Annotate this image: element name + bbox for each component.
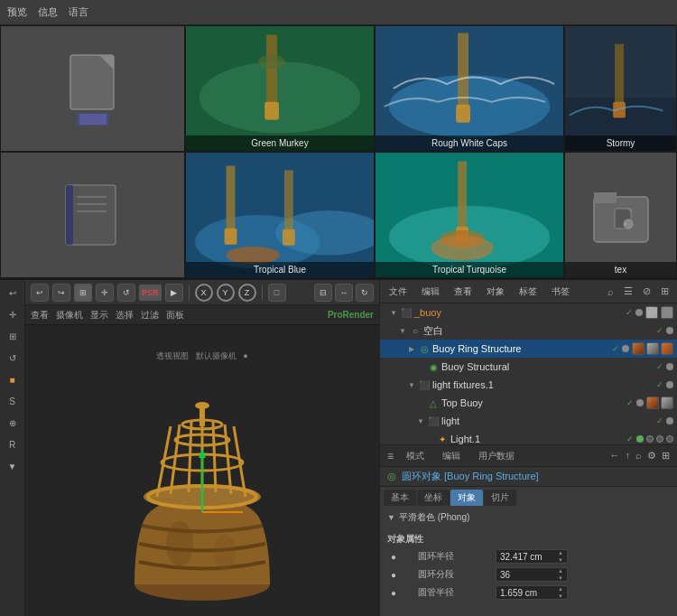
field-tube-radius: ● 圆管半径 1.659 cm ▲ ▼	[387, 583, 670, 602]
camera-mode[interactable]: 摄像机	[56, 309, 83, 322]
sidebar-icon-down[interactable]: ▼	[4, 457, 22, 475]
mesh-icon-topbuoy: △	[427, 398, 440, 408]
segments-spinner[interactable]: ▲ ▼	[558, 567, 563, 582]
bookmark-menu[interactable]: 书签	[548, 284, 573, 300]
sidebar-icon-rotate[interactable]: ↺	[4, 349, 22, 367]
layout-icon[interactable]: ⊞	[657, 285, 672, 297]
sidebar-icon-s[interactable]: S	[4, 392, 22, 410]
divider2	[262, 285, 263, 300]
sidebar-icon-plus[interactable]: ⊕	[4, 414, 22, 432]
radius-down[interactable]: ▼	[558, 556, 563, 564]
tree-row-light-group[interactable]: ▼ ⬛ light ✓	[380, 412, 677, 430]
asset-rough-white-caps[interactable]: Rough White Caps	[375, 25, 564, 152]
view-icon[interactable]: ⊘	[639, 285, 654, 297]
tree-row-light1[interactable]: ▶ ✦ Light.1 ✓	[380, 430, 677, 444]
segments-input[interactable]: 36 ▲ ▼	[496, 567, 568, 582]
viewport[interactable]: 透视视图 默认摄像机 ●	[25, 325, 379, 616]
tree-row-empty[interactable]: ▼ ○ 空白 ✓	[380, 322, 677, 340]
back-icon[interactable]: ←	[610, 450, 620, 462]
tube-up[interactable]: ▲	[558, 585, 563, 593]
tree-arrow-top-buoy: ▶	[416, 399, 425, 407]
sidebar-icon-select[interactable]: ✛	[4, 305, 22, 323]
asset-tropical-turquoise[interactable]: Tropical Turquoise	[375, 152, 564, 278]
sidebar-icon-move[interactable]: ↩	[4, 284, 22, 302]
forward-icon[interactable]: ↑	[626, 450, 631, 462]
tab-coords[interactable]: 坐标	[417, 490, 450, 506]
mode-tab[interactable]: 模式	[401, 448, 430, 464]
sidebar-icon-scale[interactable]: ■	[4, 370, 22, 388]
xyz-y-btn[interactable]: Y	[217, 284, 235, 302]
select-mode[interactable]: 选择	[116, 309, 134, 322]
view-mode[interactable]: 查看	[31, 309, 49, 322]
fixtures-dot	[666, 381, 673, 388]
edit-menu[interactable]: 编辑	[418, 284, 443, 300]
segments-up[interactable]: ▲	[558, 567, 563, 574]
refresh-btn[interactable]: ↻	[356, 284, 374, 302]
radius-input[interactable]: 32.417 cm ▲ ▼	[496, 549, 568, 564]
more-icon[interactable]: ⊞	[662, 450, 670, 462]
filter-icon[interactable]: ☰	[621, 285, 635, 297]
tab-object[interactable]: 对象	[450, 490, 483, 506]
tab-basic[interactable]: 基本	[384, 490, 416, 506]
asset-green-murkey[interactable]: Green Murkey	[185, 25, 375, 152]
asset-doc[interactable]	[0, 25, 185, 152]
tube-down[interactable]: ▼	[558, 593, 563, 600]
preview-label: 预览	[7, 5, 27, 19]
filter-mode[interactable]: 过滤	[141, 309, 159, 322]
search-icon2[interactable]: ⌕	[635, 450, 642, 462]
light1-check: ✓	[626, 434, 634, 443]
tree-row-light-fixtures[interactable]: ▼ ⬛ light fixtures.1 ✓	[380, 376, 677, 394]
sidebar-icon-r[interactable]: R	[4, 435, 22, 453]
asset-tex-folder[interactable]: tex	[564, 152, 677, 278]
asset-tropical-blue[interactable]: Tropical Blue	[185, 152, 375, 278]
file-menu[interactable]: 文件	[385, 284, 411, 300]
psr-btn[interactable]: PSR	[139, 285, 162, 301]
view-menu[interactable]: 查看	[450, 284, 476, 300]
tree-row-top-buoy[interactable]: ▶ △ Top Buoy ✓	[380, 394, 677, 412]
grid-btn[interactable]: ⊞	[74, 284, 92, 302]
svg-point-35	[431, 236, 493, 261]
mat2	[646, 342, 659, 355]
arrows-btn[interactable]: ↔	[335, 284, 353, 302]
edit-tab[interactable]: 编辑	[437, 448, 466, 464]
redo-btn[interactable]: ↪	[52, 284, 70, 302]
tree-row-buoy-root[interactable]: ▼ ⬛ _buoy ✓	[380, 303, 677, 322]
xyz-z-btn[interactable]: Z	[238, 284, 256, 302]
svg-rect-32	[458, 162, 467, 231]
tube-radio: ●	[391, 588, 413, 598]
tube-spinner[interactable]: ▲ ▼	[558, 585, 563, 600]
undo-btn[interactable]: ↩	[31, 284, 49, 302]
asset-stormy[interactable]: Stormy	[564, 25, 677, 152]
svg-point-8	[258, 54, 285, 69]
box-btn[interactable]: □	[268, 284, 286, 302]
settings-icon[interactable]: ⚙	[647, 450, 656, 462]
prorender-btn[interactable]: ProRender	[328, 310, 374, 320]
object-menu[interactable]: 对象	[483, 284, 508, 300]
tube-input[interactable]: 1.659 cm ▲ ▼	[496, 585, 568, 600]
sidebar-icon-transform[interactable]: ⊞	[4, 327, 22, 345]
empty-check: ✓	[656, 326, 663, 335]
tab-slice[interactable]: 切片	[484, 490, 516, 506]
layout-btn[interactable]: ⊟	[314, 284, 332, 302]
radius-spinner[interactable]: ▲ ▼	[558, 549, 563, 564]
tree-arrow-ring: ▶	[407, 345, 416, 353]
panel-mode[interactable]: 面板	[166, 309, 184, 322]
scene-topbar-icons: ⌕ ☰ ⊘ ⊞	[603, 285, 672, 297]
display-mode[interactable]: 显示	[90, 309, 108, 322]
asset-book[interactable]	[0, 152, 185, 278]
tree-row-buoy-ring[interactable]: ▶ ◎ Buoy Ring Structure ✓	[380, 340, 677, 358]
svg-rect-26	[225, 229, 237, 245]
rotate-btn[interactable]: ↺	[117, 284, 135, 302]
segments-down[interactable]: ▼	[558, 574, 563, 582]
search-icon[interactable]: ⌕	[603, 286, 617, 297]
light1-right: ✓	[626, 434, 673, 443]
add-btn[interactable]: ✛	[96, 284, 114, 302]
userdata-tab[interactable]: 用户数据	[473, 448, 520, 464]
inspector-title: 圆环对象 [Buoy Ring Structure]	[402, 470, 539, 483]
radius-up[interactable]: ▲	[558, 549, 563, 556]
tree-row-structural[interactable]: ▶ ◉ Buoy Structural ✓	[380, 358, 677, 376]
xyz-x-btn[interactable]: X	[195, 284, 213, 302]
tree-arrow-light-group: ▼	[416, 417, 425, 425]
tag-menu[interactable]: 标签	[515, 284, 541, 300]
play-btn[interactable]: ▶	[165, 284, 183, 302]
